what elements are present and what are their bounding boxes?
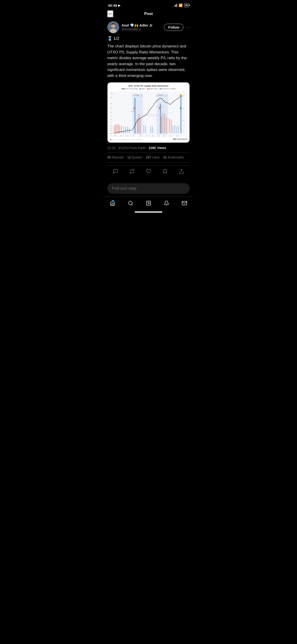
svg-text:30: 30	[183, 120, 184, 121]
svg-text:2019: 2019	[146, 136, 148, 136]
back-button[interactable]: ←	[107, 10, 113, 17]
mail-icon	[182, 200, 187, 206]
svg-text:CryptoQuant: CryptoQuant	[139, 113, 159, 117]
nav-messages[interactable]	[179, 199, 190, 209]
svg-rect-46	[164, 114, 165, 133]
author-right: Follow ···	[164, 24, 190, 31]
post-text: The chart displays bitcoin price dynamic…	[107, 43, 190, 78]
svg-rect-64	[178, 126, 179, 133]
more-options-button[interactable]: ···	[186, 25, 190, 30]
bookmark-icon	[162, 169, 168, 174]
reply-icon	[113, 169, 118, 174]
nav-notifications[interactable]	[161, 199, 172, 209]
status-icons: 📶 90	[173, 3, 189, 7]
post-meta: 22:19 · 3/12/24 From Earth · 126K Views	[107, 146, 190, 150]
author-name[interactable]: Axel 💎🙌 Adler Jr	[122, 23, 152, 28]
svg-rect-35	[114, 125, 115, 133]
home-notification-dot	[112, 200, 114, 202]
svg-text:400: 400	[110, 128, 112, 129]
svg-text:100: 100	[110, 133, 112, 134]
avatar[interactable]	[107, 21, 119, 33]
svg-text:2017: 2017	[132, 136, 135, 136]
svg-rect-48	[169, 118, 170, 133]
chart-legend: BTC Price (USD) Ratio Bottom Alert Momen…	[110, 88, 187, 90]
svg-text:2018: 2018	[139, 136, 142, 136]
share-icon	[179, 169, 184, 174]
nav-home[interactable]	[107, 199, 118, 209]
svg-text:8K: 8K	[110, 112, 112, 113]
svg-text:2016: 2016	[126, 136, 128, 136]
like-button[interactable]	[144, 168, 152, 175]
svg-text:1K: 1K	[110, 122, 112, 124]
svg-rect-53	[124, 126, 124, 133]
svg-rect-39	[120, 125, 120, 133]
svg-rect-57	[144, 125, 144, 133]
follow-button[interactable]: Follow	[164, 24, 184, 31]
chart-svg: 100K 80K 40K 20K 8K 4K 2K 1K 800 400 200…	[110, 91, 187, 137]
author-left: Axel 💎🙌 Adler Jr @AxelAdlerJr	[107, 21, 152, 33]
reposts-stat[interactable]: 50 Reposts	[107, 156, 124, 159]
svg-text:20: 20	[183, 126, 184, 127]
quotes-stat[interactable]: 12 Quotes	[127, 156, 142, 159]
home-indicator	[104, 210, 194, 214]
search-icon	[128, 200, 133, 206]
svg-text:7 months: 7 months	[134, 94, 139, 96]
svg-text:2020: 2020	[152, 136, 154, 136]
compose-icon	[146, 200, 151, 206]
svg-text:Correction: Correction	[158, 106, 162, 107]
reply-button[interactable]	[112, 168, 120, 175]
svg-text:4K: 4K	[110, 116, 112, 116]
chart-logo: ◀◀ CryptoQuant	[173, 138, 187, 140]
svg-text:2021: 2021	[158, 136, 160, 136]
bookmarks-stat[interactable]: 81 Bookmarks	[163, 156, 184, 159]
svg-text:2023: 2023	[170, 136, 172, 136]
svg-text:100K: 100K	[110, 93, 113, 94]
page-title: Post	[144, 12, 153, 16]
post-container: Axel 💎🙌 Adler Jr @AxelAdlerJr Follow ···…	[104, 18, 194, 181]
author-handle[interactable]: @AxelAdlerJr	[122, 28, 152, 31]
svg-rect-49	[171, 120, 172, 133]
svg-point-4	[114, 25, 115, 26]
svg-rect-61	[173, 125, 173, 133]
reply-section	[104, 181, 194, 196]
heart-icon	[146, 169, 151, 174]
chart-image: BTC: UTXO P/L Supply Ratio Momentum BTC …	[107, 82, 190, 143]
svg-text:Corrected: Corrected	[131, 111, 136, 112]
svg-text:2024: 2024	[176, 136, 179, 136]
repost-button[interactable]	[128, 168, 136, 175]
svg-text:200: 200	[110, 130, 112, 131]
legend-btc-price: BTC Price (USD)	[121, 88, 138, 90]
svg-rect-63	[176, 126, 177, 133]
svg-text:2015: 2015	[120, 136, 122, 136]
svg-rect-45	[162, 113, 163, 133]
svg-rect-38	[118, 124, 119, 133]
svg-text:80K: 80K	[110, 97, 112, 98]
svg-text:2K: 2K	[110, 119, 112, 120]
chart-source: 📌 Daily on-chain analysis: https://u.com…	[110, 139, 142, 140]
svg-point-86	[128, 201, 132, 205]
thread-label: 🧵 1/2	[107, 36, 190, 41]
share-button[interactable]	[178, 168, 185, 175]
status-bar: 00:48 ▶ 📶 90	[104, 0, 194, 9]
svg-rect-40	[121, 126, 122, 133]
reply-input[interactable]	[107, 183, 190, 194]
wifi-icon: 📶	[179, 4, 182, 7]
svg-rect-47	[166, 118, 167, 133]
nav-compose[interactable]	[143, 199, 154, 209]
svg-rect-59	[150, 126, 151, 133]
action-row	[107, 166, 190, 178]
svg-text:2014: 2014	[114, 136, 116, 136]
bookmark-button[interactable]	[161, 168, 169, 175]
location-icon: ▶	[118, 4, 120, 7]
svg-point-2	[110, 28, 116, 33]
chart-title: BTC: UTXO P/L Supply Ratio Momentum	[110, 85, 187, 87]
avatar-image	[107, 21, 119, 33]
svg-text:20K: 20K	[110, 107, 112, 108]
likes-stat[interactable]: 267 Likes	[146, 156, 160, 159]
divider-top	[107, 152, 190, 153]
nav-search[interactable]	[125, 199, 136, 209]
svg-rect-60	[152, 126, 153, 133]
svg-text:50: 50	[183, 95, 184, 96]
svg-rect-36	[115, 124, 116, 133]
svg-text:2022: 2022	[163, 136, 166, 136]
